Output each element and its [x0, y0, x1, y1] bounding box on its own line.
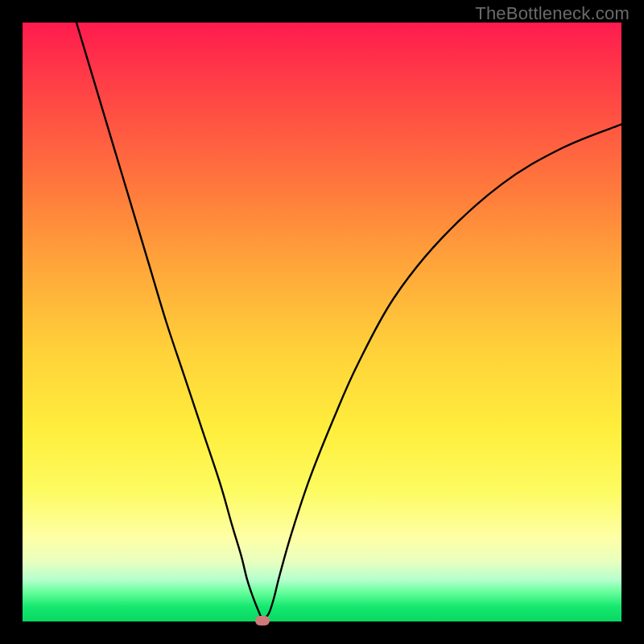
bottleneck-curve	[23, 23, 621, 621]
min-marker	[255, 616, 270, 625]
plot-area	[23, 23, 621, 621]
watermark-text: TheBottleneck.com	[475, 3, 630, 24]
